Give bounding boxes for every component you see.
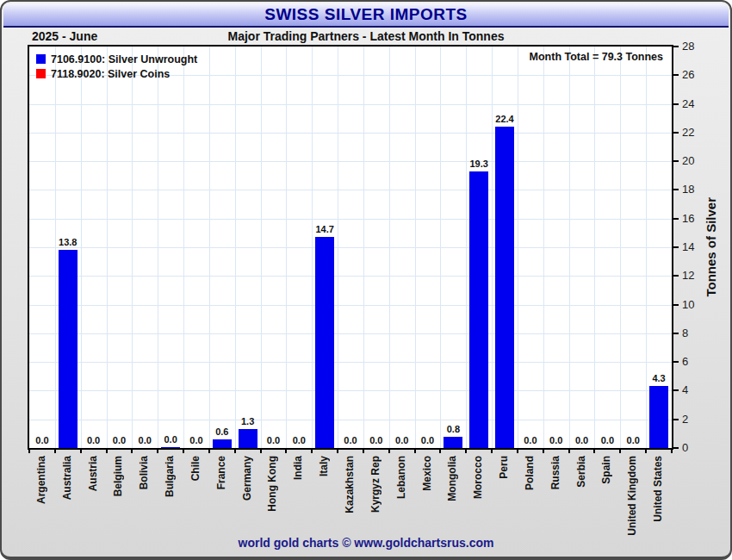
y-tick-label: 10	[682, 298, 694, 311]
legend-label: 7106.9100: Silver Unwrought	[51, 53, 197, 65]
y-tick-label: 26	[682, 68, 694, 81]
x-tick	[645, 450, 647, 453]
bar-value-label: 0.0	[344, 435, 357, 445]
x-axis: ArgentinaAustraliaAustriaBelgiumBoliviaB…	[28, 450, 673, 546]
x-tick	[208, 450, 210, 453]
y-tick	[673, 46, 679, 47]
x-label-italy: Italy	[318, 456, 330, 476]
bar-value-label: 0.0	[601, 435, 614, 445]
plot-area: 0.013.80.00.00.00.00.00.61.30.00.014.70.…	[28, 45, 673, 450]
x-tick	[491, 450, 493, 453]
bar-value-label: 0.0	[113, 435, 126, 445]
bar-value-label: 0.0	[267, 435, 280, 445]
bar-value-label: 0.0	[549, 435, 562, 445]
y-axis-title-text: Tonnes of Silver	[704, 197, 718, 297]
x-label-mongolia: Mongolia	[446, 456, 458, 501]
bar-value-label: 0.0	[293, 435, 306, 445]
y-tick-label: 6	[682, 355, 688, 368]
y-tick	[673, 361, 679, 363]
y-tick-label: 8	[682, 327, 688, 339]
bar-value-label: 0.0	[164, 434, 177, 445]
x-label-serbia: Serbia	[575, 456, 587, 488]
x-label-france: France	[215, 456, 227, 489]
x-tick	[568, 450, 570, 453]
x-label-morocco: Morocco	[472, 456, 484, 499]
y-tick-label: 28	[682, 40, 694, 53]
bar-value-label: 0.0	[395, 435, 408, 445]
subtitle-bar: 2025 - June Major Trading Partners - Lat…	[2, 28, 730, 45]
y-tick	[673, 103, 679, 105]
legend-item-0: 7106.9100: Silver Unwrought	[36, 52, 197, 66]
bar-value-label: 4.3	[652, 373, 665, 383]
y-tick	[673, 132, 679, 134]
x-tick	[157, 450, 158, 453]
y-tick	[673, 246, 679, 248]
bar-value-label: 0.6	[215, 426, 228, 437]
bar-value-label: 0.0	[421, 435, 434, 445]
x-label-bulgaria: Bulgaria	[164, 456, 176, 497]
x-tick	[54, 450, 56, 453]
x-tick	[543, 450, 544, 453]
y-tick-label: 4	[682, 383, 688, 396]
x-tick	[106, 450, 108, 453]
x-label-kazakhstan: Kazakhstan	[344, 456, 356, 513]
x-tick	[183, 450, 184, 453]
bar-value-label: 0.0	[87, 435, 100, 445]
legend-swatch	[36, 54, 46, 64]
footer-credit-text: world gold charts © www.goldchartsrus.co…	[239, 536, 494, 550]
x-tick	[80, 450, 82, 453]
bar-value-label: 22.4	[495, 114, 513, 124]
month-total-annotation: Month Total = 79.3 Tonnes	[530, 51, 663, 63]
legend-swatch	[36, 69, 46, 78]
x-tick	[593, 450, 595, 453]
y-tick	[673, 333, 679, 334]
x-label-india: India	[292, 456, 304, 480]
y-tick	[673, 275, 679, 277]
x-tick	[234, 450, 236, 453]
y-tick-label: 2	[682, 413, 688, 426]
bar-value-label: 0.0	[35, 435, 48, 445]
y-tick	[673, 419, 679, 420]
title-bar: SWISS SILVER IMPORTS	[3, 3, 729, 28]
x-label-chile: Chile	[189, 456, 202, 481]
y-tick-label: 14	[682, 240, 694, 253]
y-tick-label: 16	[682, 212, 694, 225]
x-label-peru: Peru	[498, 456, 510, 479]
x-tick	[465, 450, 467, 453]
y-tick-label: 0	[682, 441, 688, 454]
x-label-kyrgyz-rep: Kyrgyz Rep	[369, 456, 382, 513]
bar-value-label: 1.3	[241, 416, 254, 426]
y-tick-label: 22	[682, 126, 694, 139]
x-label-mexico: Mexico	[421, 456, 433, 491]
x-label-united-states: United States	[652, 456, 664, 522]
x-label-austria: Austria	[87, 456, 99, 491]
y-tick-label: 18	[682, 183, 694, 196]
x-label-lebanon: Lebanon	[395, 456, 407, 499]
chart-subtitle: Major Trading Partners - Latest Month In…	[228, 29, 505, 43]
y-tick	[673, 218, 679, 220]
x-label-spain: Spain	[600, 456, 612, 484]
x-tick	[619, 450, 621, 453]
x-tick	[337, 450, 338, 453]
legend: 7106.9100: Silver Unwrought7118.9020: Si…	[36, 52, 197, 81]
x-tick	[28, 450, 30, 453]
x-tick	[517, 450, 518, 453]
x-tick	[260, 450, 262, 453]
chart-title: SWISS SILVER IMPORTS	[264, 5, 468, 24]
bar-value-label: 0.0	[524, 435, 537, 445]
x-label-belgium: Belgium	[112, 456, 124, 496]
bar-value-label: 0.8	[447, 424, 460, 434]
y-tick-label: 24	[682, 97, 694, 110]
bar-value-label: 19.3	[469, 159, 487, 169]
footer: world gold charts © www.goldchartsrus.co…	[2, 535, 730, 551]
bar-value-label: 0.0	[189, 435, 202, 445]
bar-value-label: 13.8	[59, 237, 77, 247]
x-label-hong-kong: Hong Kong	[266, 456, 278, 512]
x-tick	[285, 450, 287, 453]
x-tick	[311, 450, 313, 453]
y-tick	[673, 189, 679, 190]
y-tick-label: 12	[682, 269, 694, 282]
bar-value-label: 0.0	[369, 435, 382, 445]
y-axis-title: Tonnes of Silver	[696, 45, 725, 450]
y-tick	[673, 160, 679, 162]
